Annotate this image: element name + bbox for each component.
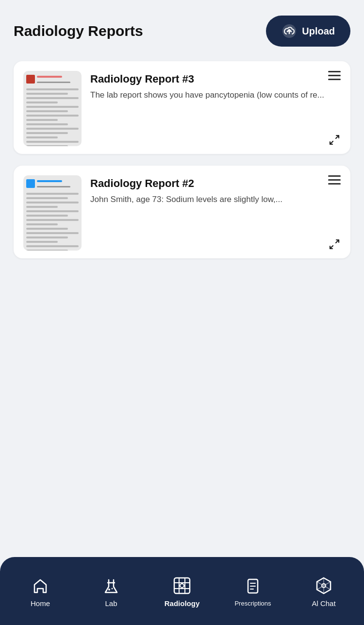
svg-point-9 (180, 584, 184, 588)
report-title: Radiology Report #3 (90, 73, 323, 85)
nav-item-prescriptions[interactable]: Prescriptions (229, 575, 277, 607)
nav-label-ai-chat: Al Chat (312, 599, 335, 608)
nav-label-lab: Lab (105, 599, 117, 608)
home-icon (30, 575, 51, 596)
report-thumbnail (23, 175, 82, 251)
page-header: Radiology Reports Upload (0, 0, 364, 56)
upload-label: Upload (302, 26, 335, 37)
report-description: John Smith, age 73: Sodium levels are sl… (90, 194, 341, 205)
nav-item-ai-chat[interactable]: Al Chat (299, 575, 348, 608)
report-thumbnail (23, 71, 82, 146)
upload-button[interactable]: Upload (266, 16, 350, 47)
menu-icon[interactable] (328, 175, 341, 185)
nav-item-home[interactable]: Home (16, 575, 65, 608)
nav-label-home: Home (31, 599, 50, 608)
svg-point-2 (108, 589, 110, 591)
expand-icon[interactable] (328, 134, 341, 146)
page-title: Radiology Reports (14, 23, 143, 39)
svg-point-3 (112, 588, 113, 589)
nav-item-radiology[interactable]: Radiology (158, 575, 206, 608)
reports-list: Radiology Report #3 The lab report shows… (0, 56, 364, 258)
ai-chat-icon (313, 575, 334, 596)
radiology-icon (171, 575, 193, 596)
report-card: Radiology Report #2 John Smith, age 73: … (14, 166, 350, 258)
svg-rect-4 (174, 578, 190, 593)
report-description: The lab report shows you have pancytopen… (90, 89, 341, 101)
nav-label-radiology: Radiology (165, 599, 200, 608)
nav-item-lab[interactable]: Lab (87, 575, 135, 608)
lab-icon (100, 575, 122, 596)
prescriptions-icon (242, 575, 264, 597)
nav-label-prescriptions: Prescriptions (234, 600, 271, 607)
bottom-nav: Home Lab Radiology (0, 557, 364, 625)
expand-icon[interactable] (328, 238, 341, 251)
menu-icon[interactable] (328, 71, 341, 80)
report-card: Radiology Report #3 The lab report shows… (14, 61, 350, 154)
upload-icon (281, 23, 297, 39)
report-title: Radiology Report #2 (90, 177, 323, 190)
